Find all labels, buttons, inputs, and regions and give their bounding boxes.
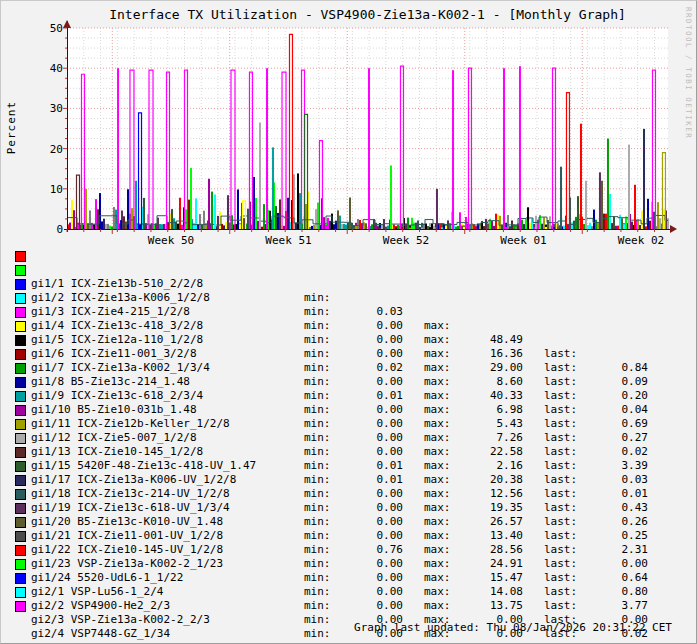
legend-row: gi1/11 ICX-Zie12b-Keller_1/2/8 min: 0.00…	[1, 389, 697, 403]
series-color-swatch	[15, 461, 26, 472]
legend-row: gi1/21 ICX-Zie11-001-UV_1/2/8 min: 0.00 …	[1, 501, 697, 515]
legend-row: gi1/4 ICX-Zie13c-418_3/2/8 min: 0.00 max…	[1, 291, 697, 305]
utilization-chart: 01020304050Week 50Week 51Week 52Week 01W…	[1, 1, 697, 251]
legend-row: gi1/3 ICX-Zie4-215_1/2/8 min: 0.00 max: …	[1, 277, 697, 291]
x-tick-label: Week 50	[148, 234, 194, 247]
legend-row: gi2/3 VSP-Zie13a-K002-2_2/3 min: 0.00 ma…	[1, 585, 697, 599]
series-color-swatch	[15, 517, 26, 528]
legend-row: gi2/4 VSP7448-GZ_1/34 min: 0.01 max: 3.8…	[1, 599, 697, 613]
series-color-swatch	[15, 559, 26, 570]
legend-row: gi1/19 ICX-Zie13c-618-UV_1/3/4 min: 0.00…	[1, 473, 697, 487]
series-color-swatch	[15, 489, 26, 500]
series-name: gi2/4 VSP7448-GZ_1/34	[31, 627, 170, 641]
series-color-swatch	[15, 545, 26, 556]
legend-row: gi1/15 5420F-48-Zie13c-418-UV_1.47 min: …	[1, 431, 697, 445]
series-color-swatch	[15, 265, 26, 276]
series-color-swatch	[15, 335, 26, 346]
y-tick-label: 50	[50, 22, 63, 35]
series-color-swatch	[15, 503, 26, 514]
legend-row: gi1/13 ICX-Zie10-145_1/2/8 min: 0.01 max…	[1, 417, 697, 431]
series-color-swatch	[15, 447, 26, 458]
series-color-swatch	[15, 531, 26, 542]
legend-row: gi2/1 VSP-Lu56-1_2/4 min: 0.00 max: 3.59…	[1, 557, 697, 571]
series-color-swatch	[15, 433, 26, 444]
series-color-swatch	[15, 573, 26, 584]
min-key: min:	[304, 627, 331, 641]
y-tick-label: 20	[50, 143, 63, 156]
series-color-swatch	[15, 377, 26, 388]
min-key: min:	[304, 613, 331, 627]
x-tick-label: Week 52	[383, 234, 429, 247]
legend-row: gi1/7 ICX-Zie13a-K002_1/3/4 min: 0.01 ma…	[1, 333, 697, 347]
x-tick-label: Week 01	[500, 234, 546, 247]
series-color-swatch	[15, 349, 26, 360]
last-updated-text: Graph last updated: Thu 08/Jan/2026 20:3…	[354, 621, 672, 634]
series-color-swatch	[15, 363, 26, 374]
y-tick-label: 30	[50, 102, 63, 115]
legend-row: gi1/22 ICX-Zie10-145-UV_1/2/8 min: 0.00 …	[1, 515, 697, 529]
series-color-swatch	[15, 405, 26, 416]
y-tick-label: 10	[50, 183, 63, 196]
y-tick-label: 40	[50, 62, 63, 75]
series-color-swatch	[15, 251, 26, 262]
series-color-swatch	[15, 307, 26, 318]
series-color-swatch	[15, 587, 26, 598]
legend-row: gi1/20 B5-Zie13c-K010-UV_1.48 min: 0.76 …	[1, 487, 697, 501]
legend-row: gi1/8 B5-Zie13c-214_1.48 min: 0.00 max: …	[1, 347, 697, 361]
x-tick-label: Week 02	[618, 234, 664, 247]
series-color-swatch	[15, 321, 26, 332]
series-color-swatch	[15, 419, 26, 430]
legend-row: gi1/9 ICX-Zie13c-618_2/3/4 min: 0.00 max…	[1, 361, 697, 375]
legend-row: gi1/10 B5-Zie10-031b_1.48 min: 0.00 max:…	[1, 375, 697, 389]
rrdtool-graph-image: Interface TX Utilization - VSP4900-Zie13…	[0, 0, 697, 644]
series-color-swatch	[15, 391, 26, 402]
series-name: gi2/3 VSP-Zie13a-K002-2_2/3	[31, 613, 210, 627]
x-tick-label: Week 51	[265, 234, 311, 247]
series-color-swatch	[15, 293, 26, 304]
legend-row: gi1/6 ICX-Zie11-001_3/2/8 min: 0.00 max:…	[1, 319, 697, 333]
series-color-swatch	[15, 279, 26, 290]
legend-row: gi2/2 VSP4900-He2_2/3 min: 0.00 max: 0.1…	[1, 571, 697, 585]
legend-row: gi1/5 ICX-Zie12a-110_1/2/8 min: 0.02 max…	[1, 305, 697, 319]
legend-row: gi1/24 5520-UdL6-1_1/22 min: 0.00 max: 0…	[1, 543, 697, 557]
legend-row: gi1/18 ICX-Zie13c-214-UV_1/2/8 min: 0.00…	[1, 459, 697, 473]
legend-row: gi1/12 ICX-Zie5-007_1/2/8 min: 0.01 max:…	[1, 403, 697, 417]
legend-row: gi1/1 ICX-Zie13b-510_2/2/8 min: 0.03 max…	[1, 249, 697, 263]
series-color-swatch	[15, 601, 26, 612]
legend-row: gi1/2 ICX-Zie13a-K006_1/2/8 min: 0.00 ma…	[1, 263, 697, 277]
legend-row: gi1/17 ICX-Zie13a-K006-UV_1/2/8 min: 0.0…	[1, 445, 697, 459]
legend-row: gi1/23 VSP-Zie13a-K002-2_1/23 min: 0.00 …	[1, 529, 697, 543]
series-color-swatch	[15, 475, 26, 486]
y-tick-label: 0	[56, 223, 63, 236]
